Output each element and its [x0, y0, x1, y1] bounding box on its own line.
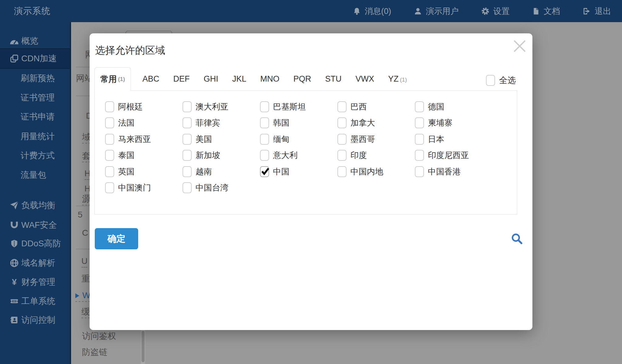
region-checkbox[interactable] — [260, 101, 269, 112]
region-checkbox[interactable] — [183, 134, 192, 145]
region-item-25[interactable]: 中国澳门 — [105, 180, 183, 196]
region-checkbox[interactable] — [260, 117, 269, 128]
sidebar-item-waf[interactable]: WAF安全 — [0, 215, 70, 235]
region-item-18[interactable]: 印度 — [337, 147, 415, 164]
region-item-6[interactable]: 菲律宾 — [183, 115, 260, 131]
sidebar-item-ddos[interactable]: DDoS高防 — [0, 234, 70, 253]
region-item-9[interactable]: 柬埔寨 — [415, 115, 492, 131]
region-item-10[interactable]: 马来西亚 — [105, 131, 183, 147]
tab-abc[interactable]: ABC — [142, 74, 159, 84]
region-checkbox[interactable] — [337, 166, 347, 177]
region-checkbox[interactable] — [260, 134, 269, 145]
nav-item-user[interactable]: 演示用户 — [414, 6, 459, 17]
tab-vwx[interactable]: VWX — [356, 74, 374, 84]
region-item-2[interactable]: 巴基斯坦 — [260, 99, 337, 115]
region-item-26[interactable]: 中国台湾 — [183, 180, 260, 196]
select-all[interactable]: 全选 — [486, 75, 516, 86]
tab-label: ABC — [142, 74, 159, 84]
sidebar-item-traffic-pack[interactable]: 流量包 — [0, 165, 70, 185]
tab-常用[interactable]: 常用(1) — [94, 67, 131, 91]
brand[interactable]: 演示系统 — [9, 5, 50, 17]
sidebar-item-cert-apply[interactable]: 证书申请 — [0, 107, 70, 126]
nav-item-messages[interactable]: 消息(0) — [353, 6, 391, 17]
region-item-23[interactable]: 中国内地 — [337, 163, 415, 180]
gear-icon — [481, 7, 490, 15]
tab-ghi[interactable]: GHI — [204, 74, 218, 84]
region-checkbox[interactable] — [105, 101, 114, 112]
sidebar-item-load-balance[interactable]: 负载均衡 — [0, 196, 70, 215]
nav-item-logout[interactable]: 退出 — [583, 6, 611, 17]
region-item-14[interactable]: 日本 — [415, 131, 492, 147]
region-checkbox[interactable] — [183, 150, 192, 161]
region-item-17[interactable]: 意大利 — [260, 147, 337, 164]
region-checkbox[interactable] — [415, 134, 424, 145]
region-checkbox[interactable] — [183, 117, 192, 128]
region-checkbox[interactable] — [105, 182, 114, 193]
region-checkbox[interactable] — [337, 101, 347, 112]
region-item-19[interactable]: 印度尼西亚 — [415, 147, 492, 164]
region-checkbox[interactable] — [415, 166, 424, 177]
region-checkbox[interactable] — [183, 101, 192, 112]
region-item-8[interactable]: 加拿大 — [337, 115, 415, 131]
region-label: 德国 — [428, 101, 444, 112]
sidebar-item-dns[interactable]: 域名解析 — [0, 253, 70, 273]
region-item-24[interactable]: 中国香港 — [415, 163, 492, 180]
confirm-button[interactable]: 确定 — [95, 228, 138, 249]
region-checkbox[interactable] — [183, 182, 192, 193]
region-checkbox[interactable] — [183, 166, 192, 177]
brand-name: 演示系统 — [14, 5, 50, 17]
region-item-13[interactable]: 墨西哥 — [337, 131, 415, 147]
sidebar-item-cert-manage[interactable]: 证书管理 — [0, 88, 70, 107]
region-checkbox[interactable] — [105, 117, 114, 128]
select-all-checkbox[interactable] — [486, 75, 495, 86]
sidebar-item-label: 访问控制 — [21, 314, 55, 326]
region-item-21[interactable]: 越南 — [183, 163, 260, 180]
tab-mno[interactable]: MNO — [260, 74, 279, 84]
region-checkbox[interactable] — [337, 117, 347, 128]
tab-stu[interactable]: STU — [325, 74, 342, 84]
region-checkbox[interactable] — [415, 150, 424, 161]
background-scrollbar-thumb[interactable] — [142, 331, 145, 362]
sidebar-item-refresh-preheat[interactable]: 刷新预热 — [0, 69, 70, 88]
region-checkbox[interactable] — [260, 166, 269, 177]
region-checkbox[interactable] — [105, 134, 114, 145]
tab-yz[interactable]: YZ(1) — [388, 74, 407, 84]
close-icon[interactable] — [512, 38, 528, 54]
region-checkbox[interactable] — [337, 134, 347, 145]
region-label: 巴西 — [350, 101, 367, 112]
tab-jkl[interactable]: JKL — [232, 74, 247, 84]
region-item-5[interactable]: 法国 — [105, 115, 183, 131]
region-checkbox[interactable] — [105, 150, 114, 161]
region-item-15[interactable]: 泰国 — [105, 147, 183, 164]
sidebar-item-billing[interactable]: 计费方式 — [0, 146, 70, 165]
sidebar-item-overview[interactable]: 概览 — [0, 31, 70, 51]
tab-pqr[interactable]: PQR — [293, 74, 311, 84]
nav-item-settings[interactable]: 设置 — [481, 6, 510, 17]
sidebar-item-cdn[interactable]: CDN加速 — [0, 48, 70, 69]
search-icon[interactable] — [511, 232, 523, 245]
sidebar-item-tickets[interactable]: 工单系统 — [0, 292, 70, 311]
region-item-3[interactable]: 巴西 — [337, 99, 415, 115]
region-item-22[interactable]: 中国 — [260, 163, 337, 180]
region-checkbox[interactable] — [415, 101, 424, 112]
region-item-1[interactable]: 澳大利亚 — [183, 99, 260, 115]
region-item-20[interactable]: 英国 — [105, 163, 183, 180]
region-checkbox[interactable] — [337, 150, 347, 161]
region-item-7[interactable]: 韩国 — [260, 115, 337, 131]
region-item-16[interactable]: 新加坡 — [183, 147, 260, 164]
nav-item-docs[interactable]: 文档 — [532, 6, 560, 17]
region-checkbox[interactable] — [415, 117, 424, 128]
sidebar-item-finance[interactable]: ¥财务管理 — [0, 272, 70, 292]
region-item-12[interactable]: 缅甸 — [260, 131, 337, 147]
sidebar-item-access-control[interactable]: 访问控制 — [0, 310, 70, 330]
region-label: 中国香港 — [428, 166, 461, 177]
region-item-4[interactable]: 德国 — [415, 99, 492, 115]
region-item-11[interactable]: 美国 — [183, 131, 260, 147]
region-item-0[interactable]: 阿根廷 — [105, 99, 183, 115]
region-label: 马来西亚 — [118, 134, 151, 145]
region-checkbox[interactable] — [105, 166, 114, 177]
region-checkbox[interactable] — [260, 150, 269, 161]
document-icon — [532, 7, 540, 15]
sidebar-item-usage-stats[interactable]: 用量统计 — [0, 127, 70, 146]
tab-def[interactable]: DEF — [173, 74, 190, 84]
